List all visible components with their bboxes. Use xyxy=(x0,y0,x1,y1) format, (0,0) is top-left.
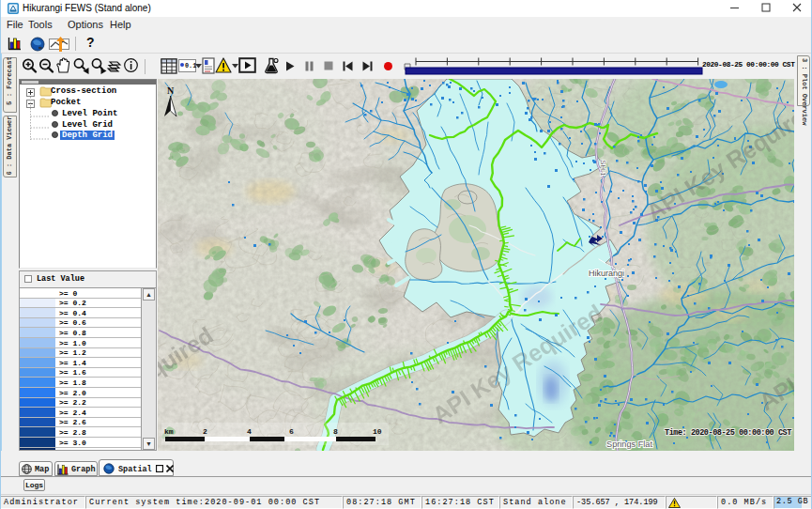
svg-text:8: 8 xyxy=(333,427,338,436)
svg-text:km: km xyxy=(164,427,174,436)
svg-text:Springs Flat: Springs Flat xyxy=(606,440,652,449)
svg-text:4: 4 xyxy=(247,427,252,436)
svg-text:Hikurangi: Hikurangi xyxy=(589,269,624,278)
svg-text:Time: 2020-08-25 00:00:00 CST: Time: 2020-08-25 00:00:00 CST xyxy=(665,428,791,438)
svg-text:10: 10 xyxy=(373,427,382,436)
svg-text:N: N xyxy=(167,85,175,96)
svg-text:6: 6 xyxy=(289,427,294,436)
svg-text:SH 1: SH 1 xyxy=(599,160,607,177)
svg-text:2: 2 xyxy=(203,427,207,436)
